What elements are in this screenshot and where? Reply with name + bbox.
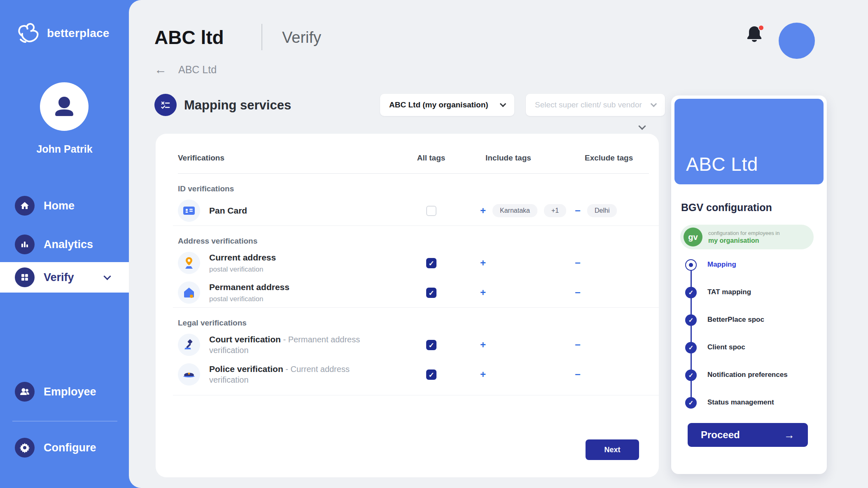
config-stepper: Mapping ✓ TAT mapping ✓ BetterPlace spoc… [685, 259, 817, 425]
page-section-label: Verify [282, 29, 321, 46]
toolbar: Mapping services ABC Ltd (my organisatio… [154, 94, 690, 118]
sidebar-item-label: Verify [44, 271, 74, 284]
user-avatar[interactable] [40, 82, 89, 131]
add-include-tag-button[interactable]: + [480, 369, 486, 380]
step-tat-mapping[interactable]: ✓ TAT mapping [685, 287, 817, 314]
include-tag-more[interactable]: +1 [544, 204, 566, 217]
add-include-tag-button[interactable]: + [480, 287, 486, 298]
proceed-button[interactable]: Proceed → [688, 423, 808, 447]
sidebar-item-configure[interactable]: Configure [0, 435, 129, 461]
step-betterplace-spoc[interactable]: ✓ BetterPlace spoc [685, 314, 817, 342]
home-icon [15, 196, 35, 216]
table-row-permanent-address: Permanent address postal verification + … [156, 278, 659, 307]
add-exclude-tag-button[interactable]: − [575, 339, 581, 351]
chevron-down-icon [651, 101, 657, 107]
include-tag[interactable]: Karnataka [492, 204, 537, 217]
mapping-table-card: Verifications All tags Include tags Excl… [156, 134, 659, 477]
betterplace-logo-icon [16, 21, 41, 45]
section-label-legal-verifications: Legal verifications [156, 308, 659, 330]
notification-badge [758, 25, 764, 31]
add-exclude-tag-button[interactable]: − [575, 205, 581, 216]
house-icon [178, 281, 200, 304]
sidebar-divider [12, 421, 117, 421]
step-check-icon: ✓ [685, 342, 697, 353]
bgv-config-panel: ABC Ltd BGV configuration gv configurati… [671, 95, 827, 474]
gear-icon [15, 438, 35, 458]
user-name: John Patrik [0, 143, 129, 155]
sidebar-item-label: Home [44, 200, 75, 212]
location-pin-icon [178, 252, 200, 274]
breadcrumb-label: ABC Ltd [178, 64, 217, 76]
chevron-down-icon [103, 272, 111, 280]
analytics-icon [15, 235, 35, 254]
mapping-services-icon [154, 94, 177, 116]
section-label-address-verifications: Address verifications [156, 226, 659, 248]
all-tags-checkbox[interactable] [426, 258, 436, 268]
verify-grid-icon [15, 267, 35, 287]
next-button[interactable]: Next [586, 439, 639, 460]
section-label-id-verifications: ID verifications [156, 174, 659, 196]
step-client-spoc[interactable]: ✓ Client spoc [685, 342, 817, 369]
all-tags-checkbox[interactable] [426, 340, 436, 350]
step-check-icon: ✓ [685, 287, 697, 298]
verification-title: Current address [209, 253, 276, 262]
column-header-all-tags: All tags [417, 153, 446, 163]
step-current-icon [685, 259, 697, 271]
step-check-icon: ✓ [685, 369, 697, 381]
police-cap-icon [178, 363, 200, 386]
company-banner: ABC Ltd [674, 99, 824, 184]
sidebar-item-employee[interactable]: Employee [0, 379, 129, 405]
organisation-select[interactable]: ABC Ltd (my organisation) [380, 94, 514, 116]
verification-title: Police verification [209, 364, 283, 374]
config-panel-title: BGV configuration [681, 202, 772, 214]
add-include-tag-button[interactable]: + [480, 339, 486, 351]
page-title: ABC ltd [154, 26, 224, 49]
chevron-down-icon [500, 101, 506, 107]
step-notification-preferences[interactable]: ✓ Notification preferences [685, 369, 817, 397]
all-tags-checkbox[interactable] [426, 288, 436, 298]
column-header-include-tags: Include tags [462, 153, 565, 163]
organisation-select-value: ABC Ltd (my organisation) [389, 100, 488, 109]
employee-icon [15, 382, 35, 402]
verification-subtitle: postal verification [209, 295, 289, 303]
content-area: ABC ltd Verify ← ABC Ltd Mapping service… [129, 0, 868, 488]
scope-line1: configuration for employees in [708, 230, 779, 236]
table-row-police-verification: Police verification - Current address ve… [156, 360, 659, 389]
verification-title: Pan Card [209, 206, 247, 215]
scope-badge: gv configuration for employees in my org… [680, 225, 814, 249]
company-name: ABC Ltd [686, 153, 758, 175]
brand-name: betterplace [47, 27, 110, 40]
brand: betterplace [16, 21, 110, 45]
breadcrumb-back[interactable]: ← ABC Ltd [154, 63, 217, 77]
step-check-icon: ✓ [685, 397, 697, 409]
profile-avatar[interactable] [779, 23, 815, 59]
step-check-icon: ✓ [685, 314, 697, 326]
sidebar-item-label: Analytics [44, 238, 93, 251]
all-tags-checkbox[interactable] [426, 369, 436, 380]
sidebar-item-home[interactable]: Home [0, 193, 129, 219]
table-row-pan-card: Pan Card + Karnataka +1 − Delhi [156, 196, 659, 225]
add-exclude-tag-button[interactable]: − [575, 257, 581, 269]
step-mapping[interactable]: Mapping [685, 259, 817, 287]
all-tags-checkbox[interactable] [426, 206, 436, 216]
notifications-button[interactable] [745, 24, 765, 48]
sidebar-item-label: Employee [44, 386, 96, 398]
exclude-tag[interactable]: Delhi [587, 204, 617, 217]
sidebar: betterplace John Patrik Home Analytics [0, 0, 129, 488]
verification-title: Court verification [209, 335, 281, 344]
add-exclude-tag-button[interactable]: − [575, 369, 581, 380]
table-row-court-verification: Court verification - Permanent address v… [156, 330, 659, 360]
arrow-right-icon: → [784, 429, 795, 442]
verification-subtitle: postal verification [209, 265, 276, 274]
sidebar-item-analytics[interactable]: Analytics [0, 231, 129, 258]
collapse-chevron-icon[interactable] [638, 122, 646, 130]
sidebar-item-verify[interactable]: Verify [0, 262, 129, 293]
step-status-management[interactable]: ✓ Status management [685, 397, 817, 425]
add-include-tag-button[interactable]: + [480, 205, 486, 216]
column-header-verifications: Verifications [178, 153, 400, 163]
add-include-tag-button[interactable]: + [480, 257, 486, 269]
scope-avatar: gv [684, 228, 702, 246]
verification-title: Permanent address [209, 282, 289, 292]
add-exclude-tag-button[interactable]: − [575, 287, 581, 298]
super-client-select[interactable]: Select super client/ sub vendor [526, 94, 665, 116]
